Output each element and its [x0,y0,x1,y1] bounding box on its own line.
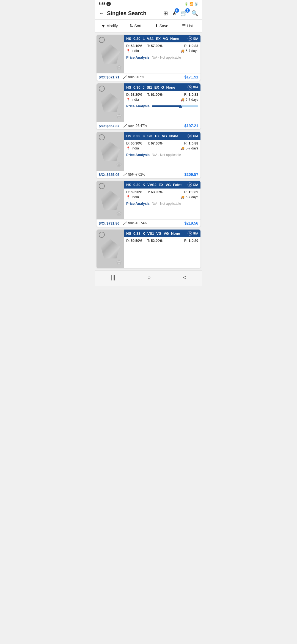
card-select-checkbox[interactable] [99,86,105,92]
favorite-star-icon[interactable]: ☆ [116,161,122,168]
back-nav-icon[interactable]: < [177,273,192,282]
cut-label: EX [155,134,160,138]
location-row: 📍 India 🚚 5-7 days [126,195,198,199]
color-label: J [142,85,144,89]
delivery-text: 5-7 days [186,98,198,102]
ndp-percent: -16.74% [134,221,147,225]
cut-label: EX [159,183,163,187]
depth-label: D: 63.20% [126,93,142,97]
favorites-icon[interactable]: ★ 6 [172,10,177,17]
price-analysis-label[interactable]: Price Analysis [126,56,150,59]
card-details: D: 60.30% T: 67.00% R: 1:0.88 📍 India 🚚 … [124,140,200,152]
price-analysis-row: Price Analysis N/A - Not applicable [124,201,200,207]
polish-label: VG [162,134,167,138]
card-header: HS 0.33 K VS1 VG VG None ⊙ GIA [124,230,200,237]
ratio-label: R: 1:0.80 [184,239,198,243]
delivery-icon: 🚚 [180,98,185,102]
card-right: HS 0.30 L VS1 EX VG None ⊙ GIA D: 53.10% [124,35,200,73]
cart-icon[interactable]: 🛒 2 [181,10,188,17]
location-row: 📍 India 🚚 5-7 days [126,98,198,102]
price-bar-fill [152,105,181,107]
search-icon[interactable]: 🔍 [191,10,198,17]
sort-icon: ⇅ [130,23,133,28]
save-icon: ⬆ [155,23,158,28]
card-left: ☆ [97,181,124,219]
favorite-star-icon[interactable]: ☆ [116,113,122,120]
ndp-section: NDP -26.47% [123,124,147,128]
list-button[interactable]: ☰ List [175,22,200,29]
back-button[interactable]: ← [99,10,104,17]
card-inner: ☆ HS 0.30 J SI1 EX G None ⊙ GIA [97,83,200,122]
carat-label: 0.30 [133,183,140,187]
card-select-checkbox[interactable] [99,134,105,140]
page-title: Singles Search [107,10,161,17]
delivery-info: 🚚 5-7 days [180,98,198,102]
depth-table-row: D: 59.90% T: 63.00% R: 1:0.89 [126,190,198,194]
origin-text: India [131,98,139,102]
price-analysis-label[interactable]: Price Analysis [126,202,150,206]
card-details: D: 59.90% T: 63.00% R: 1:0.89 📍 India 🚚 … [124,189,200,201]
depth-table-row: D: 53.10% T: 57.00% R: 1:0.83 [126,44,198,48]
delivery-text: 5-7 days [186,195,198,199]
calculator-icon[interactable]: ⊞ [163,10,168,17]
card-footer: $/Ct $657.37 NDP -26.47% $197.21 [97,122,200,129]
price-analysis-row: Price Analysis [124,103,200,109]
location-row: 📍 India 🚚 5-7 days [126,49,198,53]
total-price: $209.57 [184,172,198,177]
card-left: ☆ [97,132,124,171]
card-select-checkbox[interactable] [99,183,105,189]
toolbar: ▼ Modify ⇅ Sort ⬆ Save ☰ List [95,20,202,32]
fluor-label: Faint [173,183,182,187]
polish-label: VG [166,183,171,187]
svg-line-0 [123,75,127,79]
price-analysis-value: N/A - Not applicable [152,56,181,59]
ndp-icon [123,222,127,225]
location-icon: 📍 [126,195,130,199]
card-header: HS 0.30 K VVS2 EX VG Faint ⊙ GIA [124,181,200,189]
cut-label: EX [156,37,161,41]
menu-icon[interactable]: ||| [105,273,121,282]
carat-label: 0.33 [133,231,140,236]
bottom-nav: ||| ○ < [95,270,202,286]
shape-label: HS [126,231,131,236]
ratio-label: R: 1:0.83 [184,93,198,97]
diamond-image [101,44,120,64]
fluor-label: None [166,85,175,89]
origin-text: India [131,49,139,53]
delivery-icon: 🚚 [180,195,185,199]
modify-button[interactable]: ▼ Modify [97,23,122,29]
price-analysis-label[interactable]: Price Analysis [126,153,150,157]
favorite-star-icon[interactable]: ☆ [116,259,122,266]
ndp-logo: NDP [128,76,134,79]
gia-text: GIA [193,86,198,89]
top-nav: ← Singles Search ⊞ ★ 6 🛒 2 🔍 [95,7,202,20]
save-button[interactable]: ⬆ Save [149,22,174,29]
table-label: T: 52.00% [147,239,163,243]
polish-label: VG [163,37,168,41]
price-analysis-value: N/A - Not applicable [152,153,181,157]
delivery-icon: 🚚 [180,146,185,150]
table-label: T: 61.00% [147,93,163,97]
favorite-star-icon[interactable]: ☆ [116,210,122,217]
price-analysis-label[interactable]: Price Analysis [126,104,150,108]
delivery-text: 5-7 days [186,146,198,150]
home-icon[interactable]: ○ [142,273,156,282]
card-select-checkbox[interactable] [99,232,105,238]
shape-label: HS [126,134,131,138]
gia-logo: ⊙ GIA [188,85,198,89]
status-icons: 🔋 📶 📡 [185,2,198,6]
ndp-section: NDP 8.07% [123,75,144,79]
card-inner: ☆ HS 0.30 L VS1 EX VG None ⊙ GIA [97,35,200,73]
carat-label: 0.30 [133,37,140,41]
price-analysis-value: N/A - Not applicable [152,202,181,206]
sort-button[interactable]: ⇅ Sort [123,22,148,29]
delivery-info: 🚚 5-7 days [180,146,198,150]
card-select-checkbox[interactable] [99,37,105,43]
ndp-section: NDP -16.74% [123,221,147,225]
depth-label: D: 59.90% [126,190,142,194]
favorite-star-icon[interactable]: ☆ [116,64,122,71]
diamond-card-d3: ☆ HS 0.33 K SI1 EX VG None ⊙ GIA [97,132,200,178]
polish-label: G [161,85,164,89]
gia-circle-icon: ⊙ [188,36,192,41]
location-icon: 📍 [126,49,130,53]
